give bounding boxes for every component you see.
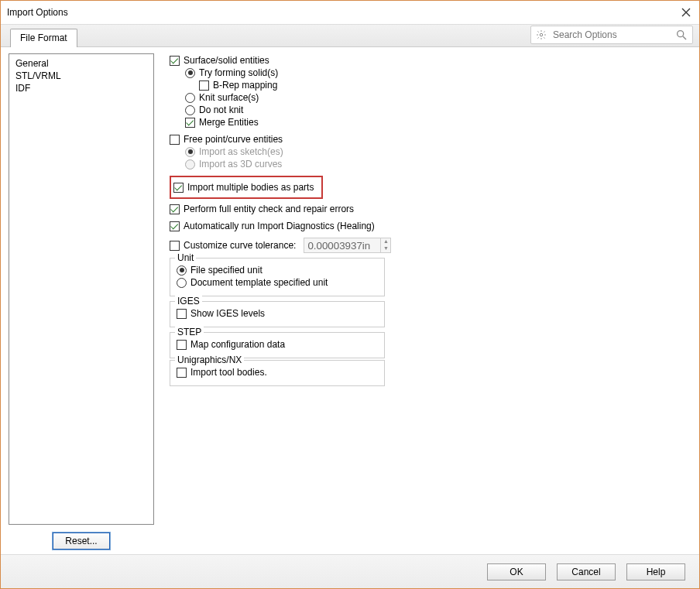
import-options-dialog: Import Options File Format General STL/V… xyxy=(0,0,700,589)
opt-step-map[interactable]: Map configuration data xyxy=(177,339,378,350)
opt-donotknit[interactable]: Do not knit xyxy=(185,104,691,115)
radio-icon[interactable] xyxy=(177,265,187,276)
opt-try-forming[interactable]: Try forming solid(s) xyxy=(185,67,691,78)
checkbox-icon[interactable] xyxy=(170,56,180,66)
checkbox-icon[interactable] xyxy=(170,241,180,251)
footer: OK Cancel Help xyxy=(1,554,699,588)
ok-button[interactable]: OK xyxy=(487,563,546,580)
legend-iges: IGES xyxy=(175,296,202,306)
opt-ug-tool[interactable]: Import tool bodies. xyxy=(177,367,378,378)
svg-point-0 xyxy=(540,33,543,36)
checkbox-icon[interactable] xyxy=(170,135,180,145)
opt-unit-file[interactable]: File specified unit xyxy=(177,265,378,276)
reset-button[interactable]: Reset... xyxy=(53,532,110,550)
titlebar: Import Options xyxy=(1,1,699,24)
group-ug: Unigraphics/NX Import tool bodies. xyxy=(170,360,385,386)
close-icon[interactable] xyxy=(679,5,693,19)
spinner: ▲▼ xyxy=(380,238,391,253)
checkbox-icon[interactable] xyxy=(177,309,187,319)
help-button[interactable]: Help xyxy=(626,563,685,580)
opt-import-sketch: Import as sketch(es) xyxy=(185,146,691,157)
radio-icon[interactable] xyxy=(177,278,187,288)
legend-ug: Unigraphics/NX xyxy=(175,354,244,365)
checkbox-icon[interactable] xyxy=(177,340,187,350)
list-item[interactable]: STL/VRML xyxy=(9,70,153,82)
opt-tolerance[interactable]: Customize curve tolerance: ▲▼ xyxy=(170,238,691,253)
opt-iges-levels[interactable]: Show IGES levels xyxy=(177,308,378,319)
group-iges: IGES Show IGES levels xyxy=(170,301,385,327)
group-unit: Unit File specified unit Document templa… xyxy=(170,258,385,296)
opt-fullcheck[interactable]: Perform full entity check and repair err… xyxy=(170,204,691,214)
content-area: General STL/VRML IDF Reset... Surface/so… xyxy=(1,47,699,554)
checkbox-icon[interactable] xyxy=(177,368,187,378)
list-item[interactable]: General xyxy=(9,57,153,70)
radio-icon[interactable] xyxy=(185,93,195,103)
opt-surface-solid[interactable]: Surface/solid entities xyxy=(170,55,691,66)
opt-unit-doc[interactable]: Document template specified unit xyxy=(177,277,378,288)
toolbar: File Format xyxy=(1,24,699,47)
checkbox-icon[interactable] xyxy=(173,183,184,193)
gear-icon xyxy=(536,29,547,40)
opt-free-points[interactable]: Free point/curve entities xyxy=(170,134,691,145)
radio-icon[interactable] xyxy=(185,68,195,78)
search-input[interactable] xyxy=(551,29,675,41)
tolerance-input xyxy=(304,238,381,253)
radio-icon[interactable] xyxy=(185,105,195,115)
tab-file-format[interactable]: File Format xyxy=(10,29,77,47)
left-column: General STL/VRML IDF Reset... xyxy=(9,53,154,550)
legend-unit: Unit xyxy=(175,252,196,263)
opt-import-3d: Import as 3D curves xyxy=(185,159,691,170)
cancel-button[interactable]: Cancel xyxy=(557,563,616,580)
checkbox-icon[interactable] xyxy=(170,221,180,231)
list-item[interactable]: IDF xyxy=(9,82,153,94)
opt-diagnostics[interactable]: Automatically run Import Diagnostics (He… xyxy=(170,221,691,231)
opt-multibody[interactable]: Import multiple bodies as parts xyxy=(187,182,314,193)
checkbox-icon[interactable] xyxy=(199,80,209,91)
category-list[interactable]: General STL/VRML IDF xyxy=(9,53,154,525)
opt-brep[interactable]: B-Rep mapping xyxy=(199,80,691,91)
svg-point-1 xyxy=(678,31,684,37)
search-box[interactable] xyxy=(530,26,693,44)
search-icon[interactable] xyxy=(675,29,688,41)
window-title: Import Options xyxy=(7,7,679,18)
checkbox-icon[interactable] xyxy=(170,204,180,214)
radio-icon xyxy=(185,147,195,157)
chevron-down-icon: ▼ xyxy=(381,245,390,252)
opt-knit[interactable]: Knit surface(s) xyxy=(185,92,691,103)
chevron-up-icon: ▲ xyxy=(381,238,390,245)
legend-step: STEP xyxy=(175,327,204,337)
radio-icon xyxy=(185,159,195,170)
checkbox-icon[interactable] xyxy=(185,118,195,128)
opt-merge[interactable]: Merge Entities xyxy=(185,117,691,128)
options-panel: Surface/solid entities Try forming solid… xyxy=(154,53,691,550)
opt-multibody-highlight: Import multiple bodies as parts xyxy=(170,176,323,199)
